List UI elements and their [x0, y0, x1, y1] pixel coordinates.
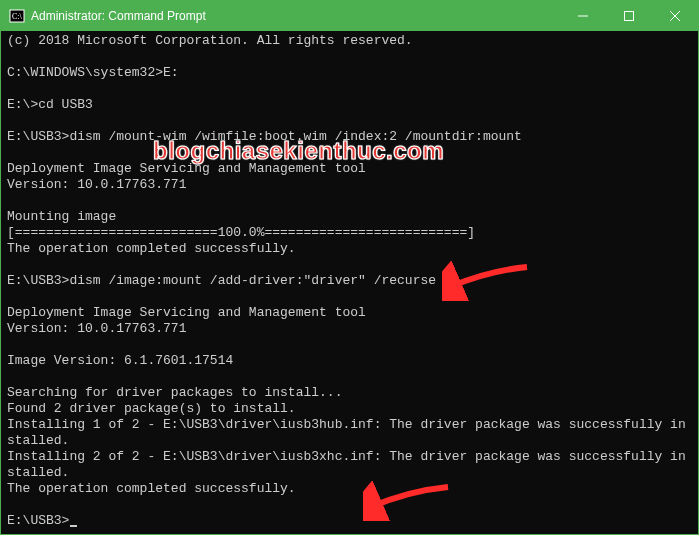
terminal-line: Searching for driver packages to install… — [7, 385, 692, 401]
minimize-button[interactable] — [560, 1, 606, 31]
terminal-line — [7, 257, 692, 273]
command-prompt-window: C:\ Administrator: Command Prompt (c) 20… — [0, 0, 699, 535]
terminal-line — [7, 113, 692, 129]
terminal-line: [==========================100.0%=======… — [7, 225, 692, 241]
terminal-line: Installing 2 of 2 - E:\USB3\driver\iusb3… — [7, 449, 692, 481]
terminal-line: (c) 2018 Microsoft Corporation. All righ… — [7, 33, 692, 49]
terminal-line: Deployment Image Servicing and Managemen… — [7, 161, 692, 177]
terminal-line: Found 2 driver package(s) to install. — [7, 401, 692, 417]
terminal-line: C:\WINDOWS\system32>E: — [7, 65, 692, 81]
terminal-line: The operation completed successfully. — [7, 241, 692, 257]
cursor — [70, 525, 77, 527]
terminal-line: E:\>cd USB3 — [7, 97, 692, 113]
terminal-line — [7, 289, 692, 305]
terminal-line: The operation completed successfully. — [7, 481, 692, 497]
maximize-button[interactable] — [606, 1, 652, 31]
terminal-prompt[interactable]: E:\USB3> — [7, 513, 692, 529]
svg-rect-3 — [625, 12, 634, 21]
window-title: Administrator: Command Prompt — [31, 9, 206, 23]
terminal-line — [7, 145, 692, 161]
terminal-line — [7, 49, 692, 65]
terminal-line: Version: 10.0.17763.771 — [7, 177, 692, 193]
terminal-line — [7, 497, 692, 513]
terminal-line: Installing 1 of 2 - E:\USB3\driver\iusb3… — [7, 417, 692, 449]
close-button[interactable] — [652, 1, 698, 31]
terminal-line — [7, 193, 692, 209]
terminal-line: E:\USB3>dism /mount-wim /wimfile:boot.wi… — [7, 129, 692, 145]
terminal-line: E:\USB3>dism /image:mount /add-driver:"d… — [7, 273, 692, 289]
terminal-line: Image Version: 6.1.7601.17514 — [7, 353, 692, 369]
terminal-line — [7, 81, 692, 97]
terminal-line — [7, 337, 692, 353]
terminal-output[interactable]: (c) 2018 Microsoft Corporation. All righ… — [1, 31, 698, 534]
terminal-line: Version: 10.0.17763.771 — [7, 321, 692, 337]
svg-text:C:\: C:\ — [12, 12, 23, 21]
titlebar[interactable]: C:\ Administrator: Command Prompt — [1, 1, 698, 31]
terminal-line: Deployment Image Servicing and Managemen… — [7, 305, 692, 321]
terminal-line — [7, 369, 692, 385]
cmd-icon: C:\ — [9, 8, 25, 24]
terminal-line: Mounting image — [7, 209, 692, 225]
